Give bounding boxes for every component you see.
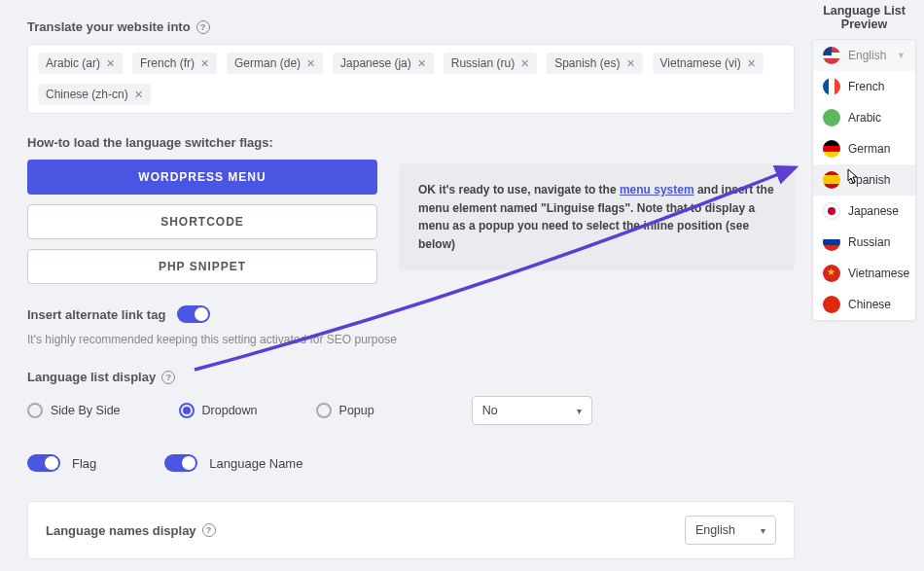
help-icon[interactable]: ? bbox=[161, 371, 175, 384]
flag-icon bbox=[823, 233, 840, 251]
preview-item[interactable]: German bbox=[813, 133, 915, 164]
flag-icon bbox=[823, 265, 840, 282]
radio-dropdown[interactable]: Dropdown bbox=[179, 403, 258, 418]
close-icon[interactable]: ✕ bbox=[626, 57, 635, 70]
language-chip[interactable]: French (fr)✕ bbox=[132, 53, 217, 74]
chevron-down-icon: ▾ bbox=[761, 525, 765, 536]
flag-icon bbox=[823, 202, 840, 220]
radio-popup[interactable]: Popup bbox=[316, 403, 374, 418]
php-snippet-button[interactable]: PHP SNIPPET bbox=[27, 249, 377, 284]
preview-item[interactable]: Spanish bbox=[813, 164, 915, 196]
preview-dropdown[interactable]: English ▼ FrenchArabicGermanSpanishJapan… bbox=[812, 39, 916, 321]
preview-item[interactable]: Japanese bbox=[813, 196, 915, 227]
chevron-down-icon: ▼ bbox=[897, 51, 906, 60]
flag-icon bbox=[823, 109, 840, 126]
load-flags-title: How-to load the language switcher flags: bbox=[27, 135, 795, 150]
preview-item[interactable]: Chinese bbox=[813, 289, 915, 320]
language-chip[interactable]: Chinese (zh-cn)✕ bbox=[38, 84, 151, 105]
preview-title: Language List Preview bbox=[812, 4, 916, 31]
flag-icon bbox=[823, 296, 840, 313]
flag-toggle-label: Flag bbox=[72, 456, 96, 471]
help-icon[interactable]: ? bbox=[202, 523, 216, 537]
wordpress-menu-button[interactable]: WORDPRESS MENU bbox=[27, 160, 377, 195]
close-icon[interactable]: ✕ bbox=[520, 57, 529, 70]
radio-side-by-side[interactable]: Side By Side bbox=[27, 403, 121, 418]
language-chip[interactable]: Russian (ru)✕ bbox=[444, 53, 537, 74]
language-name-toggle-label: Language Name bbox=[209, 456, 302, 471]
flag-icon bbox=[823, 47, 840, 64]
preview-item[interactable]: French bbox=[813, 71, 915, 102]
flag-toggle[interactable] bbox=[27, 454, 60, 472]
list-display-title: Language list display ? bbox=[27, 370, 795, 384]
close-icon[interactable]: ✕ bbox=[134, 89, 143, 101]
alt-link-label: Insert alternate link tag bbox=[27, 307, 165, 322]
language-chip[interactable]: Japanese (ja)✕ bbox=[333, 53, 434, 74]
list-display-select[interactable]: No▾ bbox=[472, 396, 592, 425]
chevron-down-icon: ▾ bbox=[577, 406, 582, 416]
close-icon[interactable]: ✕ bbox=[747, 57, 756, 70]
alt-link-hint: It's highly recommended keeping this set… bbox=[27, 333, 795, 346]
language-name-toggle[interactable] bbox=[164, 454, 197, 472]
info-box: OK it's ready to use, navigate to the me… bbox=[399, 163, 795, 270]
language-chip[interactable]: Spanish (es)✕ bbox=[547, 53, 642, 74]
alt-link-toggle[interactable] bbox=[177, 305, 210, 323]
shortcode-button[interactable]: SHORTCODE bbox=[27, 204, 377, 239]
preview-item[interactable]: Arabic bbox=[813, 102, 915, 133]
flag-icon bbox=[823, 140, 840, 158]
names-display-label: Language names display? bbox=[46, 523, 216, 538]
preview-item[interactable]: Russian bbox=[813, 227, 915, 258]
preview-item[interactable]: Vietnamese bbox=[813, 258, 915, 289]
language-chip[interactable]: German (de)✕ bbox=[227, 53, 323, 74]
cursor-icon bbox=[843, 168, 859, 189]
flag-icon bbox=[823, 78, 840, 95]
close-icon[interactable]: ✕ bbox=[106, 57, 115, 70]
close-icon[interactable]: ✕ bbox=[417, 57, 426, 70]
language-chips[interactable]: Arabic (ar)✕French (fr)✕German (de)✕Japa… bbox=[27, 44, 795, 114]
close-icon[interactable]: ✕ bbox=[306, 57, 315, 70]
names-display-select[interactable]: English▾ bbox=[685, 516, 776, 545]
flag-icon bbox=[823, 171, 840, 189]
help-icon[interactable]: ? bbox=[196, 20, 210, 34]
language-chip[interactable]: Vietnamese (vi)✕ bbox=[653, 53, 764, 74]
menu-system-link[interactable]: menu system bbox=[620, 183, 694, 196]
close-icon[interactable]: ✕ bbox=[200, 57, 209, 70]
translate-title: Translate your website into ? bbox=[27, 19, 795, 34]
preview-header[interactable]: English ▼ bbox=[813, 40, 915, 71]
language-chip[interactable]: Arabic (ar)✕ bbox=[38, 53, 123, 74]
